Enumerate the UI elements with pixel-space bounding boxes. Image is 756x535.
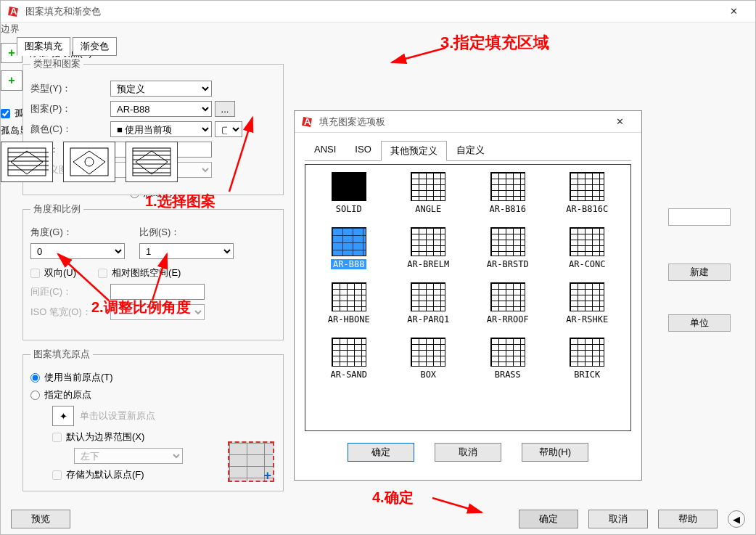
- pattern-item-solid[interactable]: SOLID: [313, 172, 385, 214]
- color-swatch-select[interactable]: ▢: [215, 121, 242, 137]
- svg-text:A: A: [10, 6, 17, 17]
- svg-marker-3: [11, 151, 43, 174]
- island-style-ignore-icon[interactable]: [126, 142, 178, 182]
- origin-legend: 图案填充原点: [30, 348, 93, 361]
- pattern-label: 图案(P)：: [30, 102, 110, 115]
- pattern-swatch-icon: [332, 227, 366, 256]
- pattern-item-brick[interactable]: BRICK: [551, 338, 624, 380]
- pattern-item-label: BRASS: [495, 369, 521, 380]
- pattern-item-ar-conc[interactable]: AR-CONC: [551, 227, 624, 269]
- help-button[interactable]: 帮助: [658, 510, 718, 528]
- pattern-browse-button[interactable]: ...: [215, 101, 235, 117]
- rel-paper-checkbox[interactable]: 相对图纸空间(E): [98, 266, 181, 279]
- pattern-item-ar-hbone[interactable]: AR-HBONE: [313, 282, 385, 324]
- pattern-item-label: AR-B88: [331, 259, 366, 269]
- ok-button[interactable]: 确定: [519, 510, 578, 528]
- tab-ansi[interactable]: ANSI: [305, 140, 345, 160]
- use-current-origin-radio[interactable]: 使用当前原点(T): [30, 371, 113, 384]
- pattern-item-label: AR-B816: [489, 204, 526, 214]
- pattern-item-ar-parq1[interactable]: AR-PARQ1: [393, 282, 465, 324]
- pattern-item-ar-brstd[interactable]: AR-BRSTD: [472, 227, 544, 269]
- pattern-item-label: BOX: [420, 369, 436, 380]
- hatch-origin-group: 图案填充原点 使用当前原点(T) 指定的原点 ✦单击以设置新原点 默认为边界范围…: [22, 348, 284, 491]
- svg-marker-13: [136, 151, 168, 174]
- pattern-item-ar-rroof[interactable]: AR-RROOF: [472, 282, 544, 324]
- tab-other[interactable]: 其他预定义: [381, 141, 447, 161]
- add-select-obj-button[interactable]: +: [1, 70, 22, 91]
- pattern-item-ar-b816c[interactable]: AR-B816C: [551, 172, 624, 214]
- pattern-item-label: AR-BRELM: [407, 259, 449, 269]
- pattern-item-label: AR-RSHKE: [566, 314, 608, 324]
- svg-marker-10: [73, 151, 105, 174]
- new-button[interactable]: 新建: [668, 264, 731, 281]
- plus-icon: +: [8, 74, 15, 87]
- dialog-bottom-bar: 预览 确定 取消 帮助 ◀: [1, 504, 755, 534]
- pattern-item-ar-b88[interactable]: AR-B88: [313, 227, 385, 269]
- angle-label: 角度(G)：: [30, 226, 139, 239]
- pattern-swatch-icon: [411, 282, 445, 311]
- pattern-item-label: AR-RROOF: [487, 314, 529, 324]
- tab-hatch[interactable]: 图案填充: [17, 37, 70, 56]
- set-origin-icon[interactable]: ✦: [52, 406, 74, 426]
- iso-pen-select: [110, 304, 205, 320]
- scale-select[interactable]: 1: [139, 243, 234, 259]
- pattern-swatch-icon: [332, 282, 366, 311]
- pattern-item-ar-rshke[interactable]: AR-RSHKE: [551, 282, 624, 324]
- color-select[interactable]: ■ 使用当前项: [110, 121, 212, 137]
- spacing-label: 间距(C)：: [30, 285, 110, 298]
- pattern-item-brass[interactable]: BRASS: [472, 338, 544, 380]
- palette-help-button[interactable]: 帮助(H): [522, 443, 588, 462]
- pattern-swatch-icon: [490, 338, 525, 367]
- app-icon: A: [300, 115, 313, 128]
- store-default-checkbox[interactable]: 存储为默认原点(F): [52, 468, 144, 481]
- boundary-legend: 边界: [1, 23, 182, 36]
- titlebar: A 图案填充和渐变色 ✕: [1, 1, 755, 23]
- pattern-grid[interactable]: SOLIDANGLEAR-B816AR-B816CAR-B88AR-BRELMA…: [305, 164, 631, 431]
- pattern-swatch-icon: [411, 338, 445, 367]
- palette-title: 填充图案选项板: [319, 115, 604, 128]
- pattern-item-angle[interactable]: ANGLE: [393, 172, 465, 214]
- pattern-item-label: ANGLE: [415, 204, 441, 214]
- angle-select[interactable]: 0: [30, 243, 125, 259]
- pattern-swatch-icon: [490, 282, 525, 311]
- origin-preview: +: [228, 441, 274, 482]
- pattern-swatch-icon: [332, 338, 366, 367]
- specified-origin-radio[interactable]: 指定的原点: [30, 388, 91, 401]
- angle-scale-group: 角度和比例 角度(G)： 比例(S)： 0 1 双向(U) 相对图纸空间(E) …: [22, 203, 284, 340]
- main-tabs: 图案填充 渐变色: [17, 37, 116, 56]
- cancel-button[interactable]: 取消: [588, 510, 648, 528]
- pattern-item-ar-sand[interactable]: AR-SAND: [313, 338, 385, 380]
- close-icon[interactable]: ✕: [604, 111, 636, 133]
- pattern-swatch-icon: [570, 172, 604, 201]
- plus-icon: +: [8, 46, 15, 60]
- tab-custom[interactable]: 自定义: [447, 140, 494, 160]
- app-icon: A: [7, 5, 20, 18]
- pattern-swatch-icon: [490, 172, 525, 201]
- pattern-item-ar-brelm[interactable]: AR-BRELM: [393, 227, 465, 269]
- preview-button[interactable]: 预览: [11, 510, 70, 528]
- pattern-item-ar-b816[interactable]: AR-B816: [472, 172, 544, 214]
- palette-cancel-button[interactable]: 取消: [435, 443, 501, 462]
- type-select[interactable]: 预定义: [110, 81, 212, 97]
- type-label: 类型(Y)：: [30, 82, 110, 95]
- side-dropdown[interactable]: [668, 208, 731, 226]
- double-checkbox[interactable]: 双向(U): [30, 266, 76, 279]
- island-style-normal-icon[interactable]: [1, 142, 53, 182]
- palette-ok-button[interactable]: 确定: [348, 443, 414, 462]
- pattern-select[interactable]: AR-B88: [110, 101, 212, 117]
- pattern-item-label: AR-HBONE: [328, 314, 370, 324]
- dialog-title: 图案填充和渐变色: [25, 5, 718, 18]
- pattern-item-box[interactable]: BOX: [393, 338, 465, 380]
- island-style-outer-icon[interactable]: [63, 142, 115, 182]
- tab-iso[interactable]: ISO: [345, 140, 380, 160]
- palette-titlebar: A 填充图案选项板 ✕: [295, 111, 641, 133]
- expand-arrow-icon[interactable]: ◀: [728, 510, 745, 528]
- close-icon[interactable]: ✕: [718, 1, 749, 23]
- tab-gradient[interactable]: 渐变色: [73, 37, 117, 56]
- scale-label: 比例(S)：: [139, 226, 219, 239]
- default-extent-checkbox[interactable]: 默认为边界范围(X): [52, 430, 144, 444]
- unit-button[interactable]: 单位: [668, 314, 731, 332]
- spacing-input: [110, 284, 205, 300]
- pattern-item-label: AR-CONC: [569, 259, 606, 269]
- pattern-swatch-icon: [411, 172, 445, 201]
